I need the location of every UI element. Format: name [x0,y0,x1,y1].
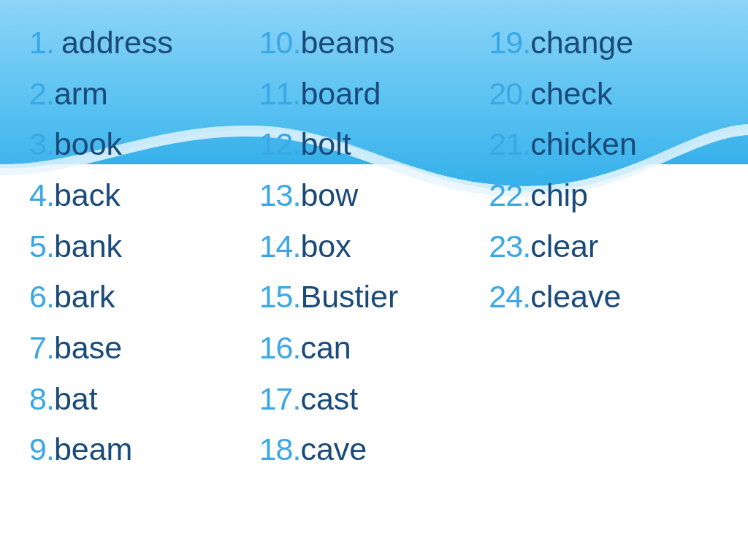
list-item: 11.board [259,69,489,120]
column-3: 19.change20.check21.chicken22.chip23.cle… [489,18,719,475]
item-number: 1. [29,18,54,69]
list-item: 1.address [29,18,259,69]
list-item: 23.clear [489,221,719,272]
item-word: bat [54,374,98,425]
item-word: book [54,119,122,170]
list-item: 10.beams [259,18,489,69]
list-item: 16.can [259,323,489,374]
item-number: 9. [29,424,54,475]
list-item: 9.beam [29,424,259,475]
list-item: 12.bolt [259,119,489,170]
item-number: 5. [29,221,54,272]
item-number: 7. [29,323,54,374]
item-number: 12. [259,119,301,170]
column-1: 1.address2.arm3.book4.back5.bank6.bark7.… [29,18,259,475]
list-item: 5.bank [29,221,259,272]
item-number: 4. [29,170,54,221]
list-item: 14.box [259,221,489,272]
list-item: 3.book [29,119,259,170]
item-number: 18. [259,424,301,475]
item-number: 11. [259,69,301,120]
list-item: 24.cleave [489,272,719,323]
item-word: back [54,170,121,221]
list-item: 21.chicken [489,119,719,170]
item-word: cleave [530,272,621,323]
list-item: 22.chip [489,170,719,221]
item-word: cave [300,424,367,475]
item-number: 23. [489,221,530,272]
item-number: 6. [29,272,54,323]
list-item: 8.bat [29,374,259,425]
item-word: bank [54,221,122,272]
item-word: arm [54,69,108,120]
list-item: 19.change [489,18,719,69]
item-word: Bustier [300,272,398,323]
list-item: 13.bow [259,170,489,221]
list-item: 2.arm [29,69,259,120]
column-2: 10.beams11.board12.bolt13.bow14.box15.Bu… [259,18,489,475]
item-word: address [61,18,173,69]
item-word: beams [300,18,394,69]
list-item: 17.cast [259,374,489,425]
item-word: bolt [300,119,351,170]
item-word: base [54,323,122,374]
item-number: 10. [259,18,301,69]
word-list: 1.address2.arm3.book4.back5.bank6.bark7.… [29,18,719,475]
item-word: can [300,323,351,374]
item-word: check [530,69,612,120]
item-number: 3. [29,119,54,170]
item-word: box [300,221,351,272]
item-word: cast [300,374,358,425]
list-item: 7.base [29,323,259,374]
list-item: 18.cave [259,424,489,475]
item-number: 2. [29,69,54,120]
slide: 1.address2.arm3.book4.back5.bank6.bark7.… [0,0,748,560]
item-number: 24. [489,272,530,323]
item-number: 8. [29,374,54,425]
item-number: 15. [259,272,301,323]
item-word: change [530,18,633,69]
item-word: beam [54,424,133,475]
item-word: clear [530,221,598,272]
list-item: 6.bark [29,272,259,323]
item-number: 21. [489,119,530,170]
item-word: bow [300,170,358,221]
item-number: 16. [259,323,301,374]
list-item: 15.Bustier [259,272,489,323]
item-number: 13. [259,170,301,221]
item-word: chicken [530,119,637,170]
item-word: chip [530,170,588,221]
item-number: 20. [489,69,530,120]
list-item: 20.check [489,69,719,120]
item-number: 22. [489,170,530,221]
item-number: 17. [259,374,301,425]
list-item: 4.back [29,170,259,221]
item-word: bark [54,272,115,323]
item-number: 14. [259,221,301,272]
item-number: 19. [489,18,530,69]
item-word: board [300,69,381,120]
